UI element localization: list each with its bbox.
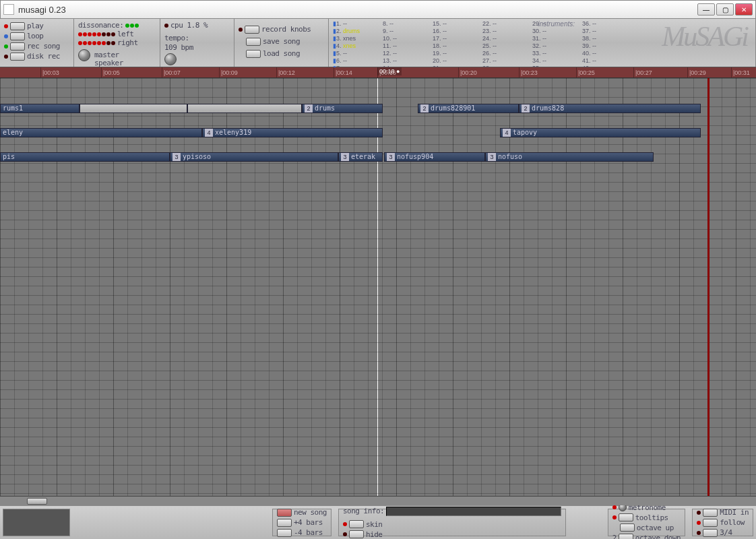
dissonance-meter	[125, 24, 139, 28]
recknobs-label: record knobs	[261, 25, 311, 34]
play-button[interactable]	[10, 22, 25, 30]
octdown-label: octave down	[635, 534, 681, 540]
follow-button[interactable]	[703, 519, 718, 527]
h-scroll-thumb[interactable]	[27, 498, 47, 505]
maximize-button[interactable]: ▢	[716, 3, 734, 15]
track-area[interactable]: rums12drums2drums8289012drums828eleny4xe…	[0, 78, 756, 496]
diskrec-button[interactable]	[10, 53, 25, 61]
options-panel: metronome tooltips octave up 2octave dow…	[608, 509, 685, 536]
play-led	[4, 24, 8, 28]
clip[interactable]: 3eterak	[338, 152, 383, 162]
loadsong-label: load song	[263, 49, 300, 58]
recsong-led	[4, 44, 8, 49]
midi-button[interactable]	[703, 509, 718, 517]
speaker-label: speaker	[94, 59, 123, 67]
app-icon	[3, 4, 14, 15]
minimize-button[interactable]: —	[697, 3, 715, 15]
recknobs-led	[239, 28, 243, 32]
follow-label: follow	[720, 518, 745, 527]
follow-led	[697, 521, 701, 525]
h-scrollbar[interactable]	[0, 496, 756, 505]
minus4-label: -4 bars	[294, 528, 323, 537]
octnum-label: 2	[612, 534, 617, 540]
savesong-label: save song	[263, 37, 300, 46]
newsong-button[interactable]	[277, 509, 292, 517]
status-display	[3, 509, 70, 536]
close-button[interactable]: ✕	[735, 3, 753, 15]
clip[interactable]: 2drums828	[519, 104, 701, 113]
34-button[interactable]	[703, 529, 718, 537]
clip[interactable]: 3nofusp904	[384, 152, 485, 162]
window-title: musagi 0.23	[18, 5, 696, 15]
plus4-button[interactable]	[277, 519, 292, 527]
octup-button[interactable]	[620, 524, 635, 532]
midi-led	[697, 511, 701, 515]
clip[interactable]: 2drums828901	[418, 104, 519, 113]
clip[interactable]: rums1	[0, 104, 80, 113]
recsong-button[interactable]	[10, 42, 25, 51]
34-led	[697, 531, 701, 535]
clip[interactable]: 4xeleny319	[202, 128, 383, 137]
recknobs-button[interactable]	[245, 26, 259, 34]
loadsong-button[interactable]	[246, 50, 261, 58]
tempo-label: tempo:	[164, 34, 189, 42]
recsong-label: rec song	[27, 42, 60, 51]
play-label: play	[27, 22, 44, 30]
left-label: left	[117, 30, 134, 38]
savesong-button[interactable]	[246, 38, 261, 46]
tempo-value: 109 bpm	[164, 43, 193, 52]
newsong-label: new song	[294, 508, 327, 517]
clip[interactable]	[187, 104, 302, 113]
cpu-label: cpu 1.8 %	[170, 21, 208, 30]
34-label: 3/4	[720, 528, 732, 537]
tooltips-label: tooltips	[635, 513, 668, 522]
song-buttons-panel: record knobs save song load song	[234, 19, 329, 67]
plus4-label: +4 bars	[294, 518, 323, 527]
clip[interactable]: 2drums	[302, 104, 383, 113]
songinfo-label: song info:	[343, 507, 384, 515]
song-edit-panel: new song +4 bars -4 bars	[272, 509, 332, 536]
left-meter	[78, 32, 115, 36]
loop-label: loop	[27, 32, 44, 40]
right-options-panel: MIDI in follow 3/4	[692, 509, 753, 536]
loop-led	[4, 34, 8, 38]
metro-led	[612, 505, 617, 509]
diskrec-led	[4, 55, 8, 59]
loop-button[interactable]	[10, 32, 25, 40]
instruments-col-main[interactable]: ▮1. --▮2. drums▮3. xnes▮4. xnes▮5. --▮6.…	[333, 20, 380, 65]
cpu-tempo-panel: cpu 1.8 % tempo: 109 bpm	[160, 19, 234, 67]
diskrec-label: disk rec	[27, 52, 60, 61]
clip[interactable]	[80, 104, 187, 113]
dissonance-panel: dissonance: left right master speaker	[74, 19, 160, 67]
instruments-col-2[interactable]: 15. --16. --17. --18. --19. --20. --21. …	[433, 20, 480, 65]
instruments-col-3[interactable]: 22. --23. --24. --25. --26. --27. --28. …	[482, 20, 530, 65]
tooltips-button[interactable]	[619, 513, 633, 521]
right-meter	[78, 41, 115, 45]
dissonance-label: dissonance:	[78, 21, 123, 30]
octup-label: octave up	[637, 524, 674, 532]
hide-button[interactable]	[349, 530, 364, 538]
app-logo: MuSAGi	[662, 20, 747, 53]
skin-led	[343, 522, 347, 526]
instruments-col-1[interactable]: 8. --9. --10. --11. --12. --13. --14. --	[383, 20, 430, 65]
clip[interactable]: eleny	[0, 128, 202, 137]
timeline-ruler[interactable]: 00:18 ● |00:03|00:05|00:07|00:09|00:12|0…	[0, 67, 756, 78]
songinfo-panel: song info: skin hide	[338, 509, 566, 536]
songinfo-display[interactable]	[386, 507, 561, 516]
transport-panel: play loop rec song disk rec	[0, 19, 74, 67]
playhead-line	[377, 78, 378, 496]
hide-led	[343, 532, 347, 536]
clip[interactable]: 4tapovy	[500, 128, 701, 137]
instruments-col-5[interactable]: 36. --37. --38. --39. --40. --41. --42. …	[582, 20, 629, 65]
bottom-toolbar: new song +4 bars -4 bars song info: skin…	[0, 505, 756, 539]
clip[interactable]: 3ypisoso	[170, 152, 338, 162]
octdown-button[interactable]	[619, 534, 633, 539]
tempo-knob[interactable]	[164, 53, 177, 65]
skin-button[interactable]	[349, 520, 364, 528]
cpu-led	[164, 24, 168, 28]
minus4-button[interactable]	[277, 529, 292, 537]
clip[interactable]: 3nofuso	[485, 152, 654, 162]
clip[interactable]: pis	[0, 152, 170, 162]
top-toolbar: play loop rec song disk rec dissonance: …	[0, 19, 756, 67]
right-label: right	[117, 38, 138, 47]
